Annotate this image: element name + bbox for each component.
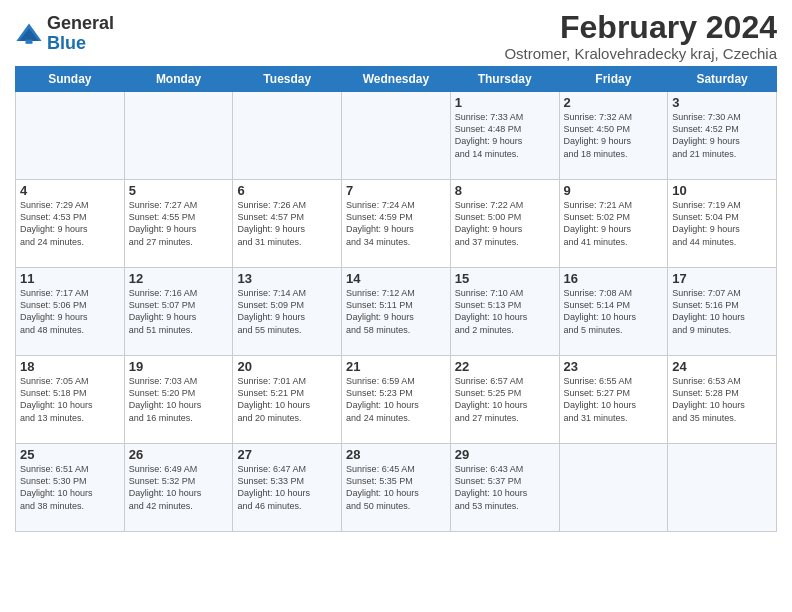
cell-info: Sunrise: 7:27 AM Sunset: 4:55 PM Dayligh… <box>129 199 229 248</box>
calendar-cell: 1Sunrise: 7:33 AM Sunset: 4:48 PM Daylig… <box>450 92 559 180</box>
logo: General Blue <box>15 14 114 54</box>
cell-info: Sunrise: 7:03 AM Sunset: 5:20 PM Dayligh… <box>129 375 229 424</box>
date-number: 7 <box>346 183 446 198</box>
cell-info: Sunrise: 7:07 AM Sunset: 5:16 PM Dayligh… <box>672 287 772 336</box>
calendar-cell: 9Sunrise: 7:21 AM Sunset: 5:02 PM Daylig… <box>559 180 668 268</box>
date-number: 14 <box>346 271 446 286</box>
calendar-cell: 24Sunrise: 6:53 AM Sunset: 5:28 PM Dayli… <box>668 356 777 444</box>
date-number: 17 <box>672 271 772 286</box>
main-title: February 2024 <box>504 10 777 45</box>
calendar-cell: 12Sunrise: 7:16 AM Sunset: 5:07 PM Dayli… <box>124 268 233 356</box>
date-number: 29 <box>455 447 555 462</box>
calendar-cell: 15Sunrise: 7:10 AM Sunset: 5:13 PM Dayli… <box>450 268 559 356</box>
cell-info: Sunrise: 7:10 AM Sunset: 5:13 PM Dayligh… <box>455 287 555 336</box>
calendar-cell: 28Sunrise: 6:45 AM Sunset: 5:35 PM Dayli… <box>342 444 451 532</box>
calendar-cell: 10Sunrise: 7:19 AM Sunset: 5:04 PM Dayli… <box>668 180 777 268</box>
calendar-cell: 27Sunrise: 6:47 AM Sunset: 5:33 PM Dayli… <box>233 444 342 532</box>
date-number: 4 <box>20 183 120 198</box>
cell-info: Sunrise: 6:49 AM Sunset: 5:32 PM Dayligh… <box>129 463 229 512</box>
cell-info: Sunrise: 6:45 AM Sunset: 5:35 PM Dayligh… <box>346 463 446 512</box>
calendar-cell: 26Sunrise: 6:49 AM Sunset: 5:32 PM Dayli… <box>124 444 233 532</box>
day-header-monday: Monday <box>124 67 233 92</box>
day-header-tuesday: Tuesday <box>233 67 342 92</box>
date-number: 28 <box>346 447 446 462</box>
calendar-cell: 5Sunrise: 7:27 AM Sunset: 4:55 PM Daylig… <box>124 180 233 268</box>
day-header-friday: Friday <box>559 67 668 92</box>
week-row-2: 4Sunrise: 7:29 AM Sunset: 4:53 PM Daylig… <box>16 180 777 268</box>
logo-line2: Blue <box>47 33 86 53</box>
date-number: 2 <box>564 95 664 110</box>
day-header-row: SundayMondayTuesdayWednesdayThursdayFrid… <box>16 67 777 92</box>
logo-icon <box>15 20 43 48</box>
calendar-cell <box>559 444 668 532</box>
calendar-cell: 21Sunrise: 6:59 AM Sunset: 5:23 PM Dayli… <box>342 356 451 444</box>
header: General Blue February 2024 Ostromer, Kra… <box>15 10 777 62</box>
calendar-table: SundayMondayTuesdayWednesdayThursdayFrid… <box>15 66 777 532</box>
calendar-cell <box>233 92 342 180</box>
week-row-3: 11Sunrise: 7:17 AM Sunset: 5:06 PM Dayli… <box>16 268 777 356</box>
subtitle: Ostromer, Kralovehradecky kraj, Czechia <box>504 45 777 62</box>
cell-info: Sunrise: 7:32 AM Sunset: 4:50 PM Dayligh… <box>564 111 664 160</box>
date-number: 23 <box>564 359 664 374</box>
cell-info: Sunrise: 7:17 AM Sunset: 5:06 PM Dayligh… <box>20 287 120 336</box>
calendar-cell <box>16 92 125 180</box>
date-number: 16 <box>564 271 664 286</box>
calendar-cell <box>124 92 233 180</box>
cell-info: Sunrise: 6:51 AM Sunset: 5:30 PM Dayligh… <box>20 463 120 512</box>
cell-info: Sunrise: 7:26 AM Sunset: 4:57 PM Dayligh… <box>237 199 337 248</box>
calendar-cell: 8Sunrise: 7:22 AM Sunset: 5:00 PM Daylig… <box>450 180 559 268</box>
date-number: 15 <box>455 271 555 286</box>
calendar-cell: 17Sunrise: 7:07 AM Sunset: 5:16 PM Dayli… <box>668 268 777 356</box>
date-number: 13 <box>237 271 337 286</box>
cell-info: Sunrise: 7:12 AM Sunset: 5:11 PM Dayligh… <box>346 287 446 336</box>
date-number: 9 <box>564 183 664 198</box>
cell-info: Sunrise: 7:22 AM Sunset: 5:00 PM Dayligh… <box>455 199 555 248</box>
date-number: 25 <box>20 447 120 462</box>
cell-info: Sunrise: 7:01 AM Sunset: 5:21 PM Dayligh… <box>237 375 337 424</box>
cell-info: Sunrise: 6:47 AM Sunset: 5:33 PM Dayligh… <box>237 463 337 512</box>
page-container: General Blue February 2024 Ostromer, Kra… <box>0 0 792 540</box>
cell-info: Sunrise: 6:53 AM Sunset: 5:28 PM Dayligh… <box>672 375 772 424</box>
cell-info: Sunrise: 7:21 AM Sunset: 5:02 PM Dayligh… <box>564 199 664 248</box>
logo-text: General Blue <box>47 14 114 54</box>
cell-info: Sunrise: 7:14 AM Sunset: 5:09 PM Dayligh… <box>237 287 337 336</box>
cell-info: Sunrise: 7:33 AM Sunset: 4:48 PM Dayligh… <box>455 111 555 160</box>
calendar-cell: 18Sunrise: 7:05 AM Sunset: 5:18 PM Dayli… <box>16 356 125 444</box>
date-number: 24 <box>672 359 772 374</box>
date-number: 12 <box>129 271 229 286</box>
logo-line1: General <box>47 13 114 33</box>
calendar-cell: 22Sunrise: 6:57 AM Sunset: 5:25 PM Dayli… <box>450 356 559 444</box>
calendar-cell: 4Sunrise: 7:29 AM Sunset: 4:53 PM Daylig… <box>16 180 125 268</box>
day-header-saturday: Saturday <box>668 67 777 92</box>
cell-info: Sunrise: 7:30 AM Sunset: 4:52 PM Dayligh… <box>672 111 772 160</box>
cell-info: Sunrise: 7:24 AM Sunset: 4:59 PM Dayligh… <box>346 199 446 248</box>
date-number: 5 <box>129 183 229 198</box>
cell-info: Sunrise: 6:43 AM Sunset: 5:37 PM Dayligh… <box>455 463 555 512</box>
cell-info: Sunrise: 7:08 AM Sunset: 5:14 PM Dayligh… <box>564 287 664 336</box>
calendar-cell: 29Sunrise: 6:43 AM Sunset: 5:37 PM Dayli… <box>450 444 559 532</box>
calendar-cell <box>668 444 777 532</box>
cell-info: Sunrise: 6:55 AM Sunset: 5:27 PM Dayligh… <box>564 375 664 424</box>
title-block: February 2024 Ostromer, Kralovehradecky … <box>504 10 777 62</box>
date-number: 20 <box>237 359 337 374</box>
date-number: 19 <box>129 359 229 374</box>
calendar-cell: 25Sunrise: 6:51 AM Sunset: 5:30 PM Dayli… <box>16 444 125 532</box>
cell-info: Sunrise: 7:05 AM Sunset: 5:18 PM Dayligh… <box>20 375 120 424</box>
calendar-cell: 20Sunrise: 7:01 AM Sunset: 5:21 PM Dayli… <box>233 356 342 444</box>
day-header-thursday: Thursday <box>450 67 559 92</box>
calendar-cell: 14Sunrise: 7:12 AM Sunset: 5:11 PM Dayli… <box>342 268 451 356</box>
calendar-cell: 13Sunrise: 7:14 AM Sunset: 5:09 PM Dayli… <box>233 268 342 356</box>
week-row-4: 18Sunrise: 7:05 AM Sunset: 5:18 PM Dayli… <box>16 356 777 444</box>
date-number: 27 <box>237 447 337 462</box>
calendar-cell: 6Sunrise: 7:26 AM Sunset: 4:57 PM Daylig… <box>233 180 342 268</box>
calendar-cell: 19Sunrise: 7:03 AM Sunset: 5:20 PM Dayli… <box>124 356 233 444</box>
week-row-5: 25Sunrise: 6:51 AM Sunset: 5:30 PM Dayli… <box>16 444 777 532</box>
day-header-wednesday: Wednesday <box>342 67 451 92</box>
date-number: 21 <box>346 359 446 374</box>
cell-info: Sunrise: 7:16 AM Sunset: 5:07 PM Dayligh… <box>129 287 229 336</box>
date-number: 22 <box>455 359 555 374</box>
week-row-1: 1Sunrise: 7:33 AM Sunset: 4:48 PM Daylig… <box>16 92 777 180</box>
cell-info: Sunrise: 6:57 AM Sunset: 5:25 PM Dayligh… <box>455 375 555 424</box>
calendar-cell: 23Sunrise: 6:55 AM Sunset: 5:27 PM Dayli… <box>559 356 668 444</box>
cell-info: Sunrise: 7:19 AM Sunset: 5:04 PM Dayligh… <box>672 199 772 248</box>
